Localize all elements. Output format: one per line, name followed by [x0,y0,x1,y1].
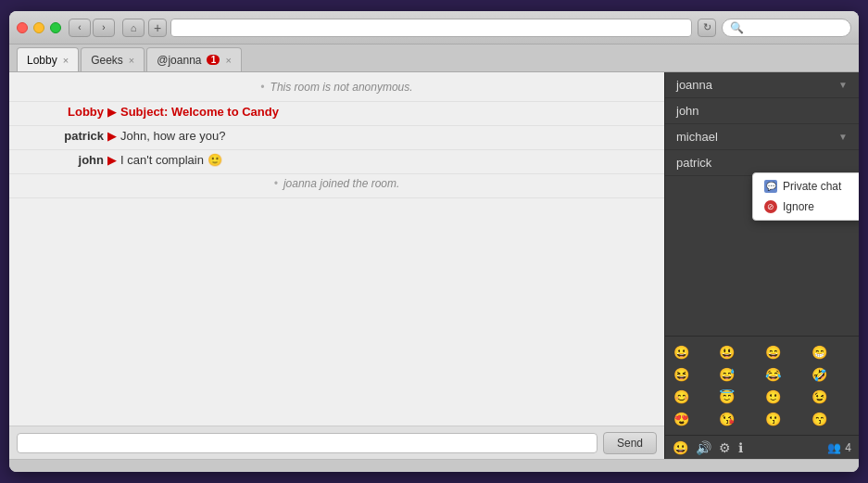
context-menu-ignore-label: Ignore [783,200,814,213]
msg-text-john: I can't complain 🙂 [120,153,653,167]
context-menu: 💬 Private chat ⊘ Ignore [752,172,859,221]
user-name-michael: michael [676,130,838,144]
system-text-joined: joanna joined the room. [283,177,399,190]
bottom-bar [9,459,859,472]
close-button[interactable] [17,22,28,33]
sound-icon[interactable]: 🔊 [696,440,711,455]
nav-buttons: ‹ › [69,19,115,37]
user-name-patrick: patrick [676,156,848,170]
user-item-john[interactable]: john [665,98,859,124]
context-menu-private-chat-label: Private chat [783,180,841,193]
user-dropdown-joanna[interactable]: ▼ [838,80,848,90]
tab-joanna-label: @joanna [157,54,201,67]
emoji-panel: 😀😃😄😁😆😅😂🤣😊😇🙂😉😍😘😗😙 [665,336,859,435]
message-input[interactable] [17,433,598,453]
info-icon[interactable]: ℹ [738,440,743,455]
chat-input-bar: Send [9,426,664,459]
maximize-button[interactable] [50,22,61,33]
tab-geeks-label: Geeks [91,54,123,67]
emoji-cell[interactable]: 😙 [809,409,829,429]
msg-sender-patrick: patrick [20,129,104,143]
emoji-cell[interactable]: 🤣 [809,364,829,385]
system-text-anonymous: This room is not anonymous. [270,81,413,94]
tab-geeks-close[interactable]: × [129,55,134,66]
user-item-joanna[interactable]: joanna ▼ [665,72,859,98]
emoji-cell[interactable]: 😊 [671,387,691,407]
status-bar: 😀 🔊 ⚙ ℹ 👥 4 [665,435,859,459]
user-dropdown-michael[interactable]: ▼ [838,132,848,142]
msg-text-subject: Subject: Welcome to Candy [120,105,653,119]
sidebar: joanna ▼ john michael ▼ patrick [664,72,859,459]
tab-joanna[interactable]: @joanna 1 × [146,47,242,71]
msg-text-patrick: John, how are you? [120,129,653,143]
user-name-john: john [676,104,848,118]
traffic-lights [17,22,61,33]
chat-messages: This room is not anonymous. Lobby ▶ Subj… [9,72,664,426]
emoji-cell[interactable]: 😆 [671,364,691,385]
search-bar[interactable]: 🔍 [722,19,851,37]
msg-sender-john: john [20,153,104,167]
context-menu-ignore[interactable]: ⊘ Ignore [753,197,859,217]
back-button[interactable]: ‹ [69,19,91,37]
new-tab-button[interactable]: + [148,19,167,37]
tab-lobby[interactable]: Lobby × [17,47,79,71]
msg-arrow-john: ▶ [107,153,117,167]
system-message-joined: joanna joined the room. [9,174,664,198]
msg-arrow-patrick: ▶ [107,129,117,143]
emoji-cell[interactable]: 😁 [809,342,829,362]
tab-bar: Lobby × Geeks × @joanna 1 × [9,44,859,72]
send-button[interactable]: Send [603,432,657,454]
emoji-cell[interactable]: 😀 [671,342,691,362]
title-bar: ‹ › ⌂ + ↻ 🔍 [9,11,859,44]
emoji-grid: 😀😃😄😁😆😅😂🤣😊😇🙂😉😍😘😗😙 [671,342,853,429]
tab-lobby-label: Lobby [27,54,57,67]
message-subject: Lobby ▶ Subject: Welcome to Candy [9,102,664,126]
url-bar[interactable] [170,19,692,37]
user-list: joanna ▼ john michael ▼ patrick [665,72,859,336]
tab-lobby-close[interactable]: × [63,55,69,66]
chat-area: This room is not anonymous. Lobby ▶ Subj… [9,72,664,459]
tab-geeks[interactable]: Geeks × [81,47,145,71]
user-item-patrick[interactable]: patrick 💬 Private chat ⊘ Ignore [665,150,859,176]
refresh-button[interactable]: ↻ [698,19,716,37]
search-icon: 🔍 [730,21,744,34]
msg-sender-lobby: Lobby [20,105,104,119]
context-menu-private-chat[interactable]: 💬 Private chat [753,176,859,197]
home-button[interactable]: ⌂ [122,19,145,37]
private-chat-icon: 💬 [764,180,777,193]
user-count-number: 4 [845,441,851,454]
message-patrick: patrick ▶ John, how are you? [9,126,664,150]
tab-joanna-badge: 1 [207,55,220,65]
emoji-cell[interactable]: 😂 [763,364,784,385]
system-message-anonymous: This room is not anonymous. [9,78,664,102]
tab-joanna-close[interactable]: × [225,55,231,66]
settings-icon[interactable]: ⚙ [719,440,731,455]
emoji-cell[interactable]: 😅 [717,364,737,385]
main-content: This room is not anonymous. Lobby ▶ Subj… [9,72,859,459]
forward-button[interactable]: › [93,19,115,37]
emoji-cell[interactable]: 😘 [717,409,737,429]
user-count: 👥 4 [827,441,851,454]
emoji-cell[interactable]: 😗 [763,409,784,429]
emoji-cell[interactable]: 😍 [671,409,691,429]
users-icon: 👥 [827,441,841,454]
user-name-joanna: joanna [676,78,838,92]
emoji-cell[interactable]: 😉 [809,387,829,407]
smiley-icon[interactable]: 😀 [673,440,688,455]
emoji-cell[interactable]: 😃 [717,342,737,362]
emoji-cell[interactable]: 🙂 [763,387,784,407]
emoji-cell[interactable]: 😄 [763,342,784,362]
user-item-michael[interactable]: michael ▼ [665,124,859,150]
msg-arrow-subject: ▶ [107,105,117,119]
message-john: john ▶ I can't complain 🙂 [9,150,664,174]
main-window: ‹ › ⌂ + ↻ 🔍 Lobby × Geeks × @joanna 1 × [9,11,859,472]
ignore-icon: ⊘ [764,200,777,213]
emoji-cell[interactable]: 😇 [717,387,737,407]
minimize-button[interactable] [33,22,44,33]
